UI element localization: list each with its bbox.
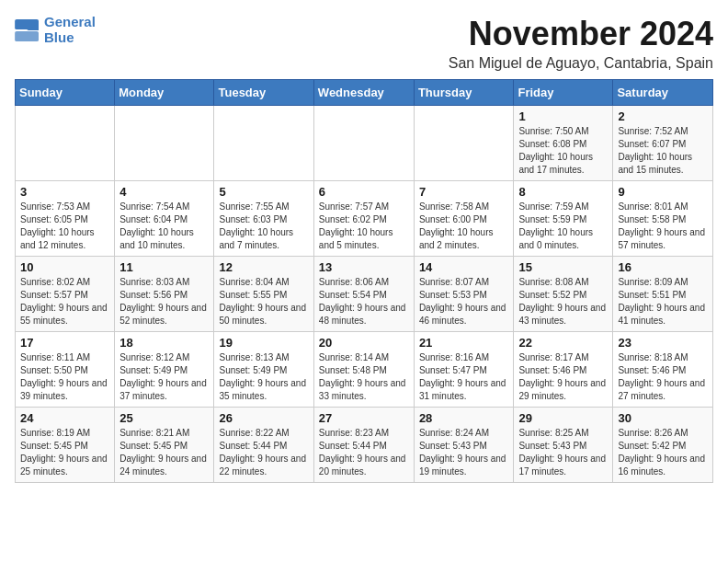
calendar-cell — [115, 106, 214, 181]
day-number: 3 — [20, 185, 109, 199]
location-title: San Miguel de Aguayo, Cantabria, Spain — [449, 55, 713, 72]
day-info: Sunrise: 8:07 AM Sunset: 5:53 PM Dayligh… — [419, 276, 509, 327]
page-header: General Blue November 2024 San Miguel de… — [15, 15, 713, 72]
month-title: November 2024 — [449, 15, 713, 53]
calendar-table: SundayMondayTuesdayWednesdayThursdayFrid… — [15, 79, 713, 483]
calendar-cell: 29Sunrise: 8:25 AM Sunset: 5:43 PM Dayli… — [514, 408, 613, 483]
day-info: Sunrise: 8:23 AM Sunset: 5:44 PM Dayligh… — [319, 427, 409, 478]
day-number: 19 — [219, 336, 308, 350]
calendar-cell: 23Sunrise: 8:18 AM Sunset: 5:46 PM Dayli… — [613, 332, 713, 408]
day-info: Sunrise: 8:25 AM Sunset: 5:43 PM Dayligh… — [518, 427, 608, 478]
day-info: Sunrise: 8:03 AM Sunset: 5:56 PM Dayligh… — [119, 276, 209, 327]
day-info: Sunrise: 7:50 AM Sunset: 6:08 PM Dayligh… — [518, 125, 608, 177]
calendar-week-3: 10Sunrise: 8:02 AM Sunset: 5:57 PM Dayli… — [16, 257, 713, 332]
day-info: Sunrise: 7:53 AM Sunset: 6:05 PM Dayligh… — [20, 201, 109, 252]
header-friday: Friday — [514, 80, 613, 106]
day-number: 26 — [219, 411, 308, 425]
day-info: Sunrise: 8:11 AM Sunset: 5:50 PM Dayligh… — [20, 351, 109, 403]
day-info: Sunrise: 7:58 AM Sunset: 6:00 PM Dayligh… — [419, 201, 509, 252]
calendar-cell: 11Sunrise: 8:03 AM Sunset: 5:56 PM Dayli… — [115, 257, 214, 332]
day-info: Sunrise: 8:21 AM Sunset: 5:45 PM Dayligh… — [119, 427, 209, 478]
calendar-cell: 28Sunrise: 8:24 AM Sunset: 5:43 PM Dayli… — [414, 408, 514, 483]
calendar-cell: 25Sunrise: 8:21 AM Sunset: 5:45 PM Dayli… — [115, 408, 214, 483]
day-info: Sunrise: 8:13 AM Sunset: 5:49 PM Dayligh… — [219, 351, 308, 403]
day-number: 24 — [20, 411, 109, 425]
calendar-cell: 6Sunrise: 7:57 AM Sunset: 6:02 PM Daylig… — [313, 181, 414, 257]
day-number: 25 — [119, 411, 209, 425]
day-info: Sunrise: 8:19 AM Sunset: 5:45 PM Dayligh… — [20, 427, 109, 478]
calendar-header-row: SundayMondayTuesdayWednesdayThursdayFrid… — [16, 80, 713, 106]
calendar-cell — [16, 106, 115, 181]
day-info: Sunrise: 8:02 AM Sunset: 5:57 PM Dayligh… — [20, 276, 109, 327]
title-section: November 2024 San Miguel de Aguayo, Cant… — [449, 15, 713, 72]
day-number: 5 — [219, 185, 308, 199]
calendar-cell: 5Sunrise: 7:55 AM Sunset: 6:03 PM Daylig… — [214, 181, 313, 257]
day-number: 1 — [518, 109, 608, 123]
day-info: Sunrise: 7:57 AM Sunset: 6:02 PM Dayligh… — [319, 201, 409, 252]
calendar-cell: 14Sunrise: 8:07 AM Sunset: 5:53 PM Dayli… — [414, 257, 514, 332]
calendar-cell: 20Sunrise: 8:14 AM Sunset: 5:48 PM Dayli… — [313, 332, 414, 408]
day-number: 17 — [20, 336, 109, 350]
calendar-cell: 19Sunrise: 8:13 AM Sunset: 5:49 PM Dayli… — [214, 332, 313, 408]
day-info: Sunrise: 7:59 AM Sunset: 5:59 PM Dayligh… — [518, 201, 608, 252]
day-info: Sunrise: 8:09 AM Sunset: 5:51 PM Dayligh… — [618, 276, 708, 327]
day-info: Sunrise: 8:12 AM Sunset: 5:49 PM Dayligh… — [119, 351, 209, 403]
day-number: 29 — [518, 411, 608, 425]
header-wednesday: Wednesday — [313, 80, 414, 106]
calendar-cell: 9Sunrise: 8:01 AM Sunset: 5:58 PM Daylig… — [613, 181, 713, 257]
day-number: 27 — [319, 411, 409, 425]
header-monday: Monday — [115, 80, 214, 106]
day-number: 28 — [419, 411, 509, 425]
svg-rect-2 — [15, 30, 39, 40]
calendar-cell: 10Sunrise: 8:02 AM Sunset: 5:57 PM Dayli… — [16, 257, 115, 332]
day-number: 2 — [618, 109, 708, 123]
calendar-cell: 2Sunrise: 7:52 AM Sunset: 6:07 PM Daylig… — [613, 106, 713, 181]
day-number: 30 — [618, 411, 708, 425]
calendar-cell: 12Sunrise: 8:04 AM Sunset: 5:55 PM Dayli… — [214, 257, 313, 332]
header-tuesday: Tuesday — [214, 80, 313, 106]
day-number: 6 — [319, 185, 409, 199]
calendar-cell — [414, 106, 514, 181]
calendar-cell: 1Sunrise: 7:50 AM Sunset: 6:08 PM Daylig… — [514, 106, 613, 181]
day-info: Sunrise: 8:08 AM Sunset: 5:52 PM Dayligh… — [518, 276, 608, 327]
calendar-cell: 17Sunrise: 8:11 AM Sunset: 5:50 PM Dayli… — [16, 332, 115, 408]
calendar-cell: 21Sunrise: 8:16 AM Sunset: 5:47 PM Dayli… — [414, 332, 514, 408]
day-info: Sunrise: 8:24 AM Sunset: 5:43 PM Dayligh… — [419, 427, 509, 478]
logo-general: General — [44, 14, 96, 29]
day-info: Sunrise: 8:18 AM Sunset: 5:46 PM Dayligh… — [618, 351, 708, 403]
day-info: Sunrise: 8:14 AM Sunset: 5:48 PM Dayligh… — [319, 351, 409, 403]
logo-icon — [15, 19, 40, 41]
header-sunday: Sunday — [16, 80, 115, 106]
calendar-week-5: 24Sunrise: 8:19 AM Sunset: 5:45 PM Dayli… — [16, 408, 713, 483]
day-info: Sunrise: 7:52 AM Sunset: 6:07 PM Dayligh… — [618, 125, 708, 177]
day-number: 13 — [319, 260, 409, 274]
calendar-cell: 30Sunrise: 8:26 AM Sunset: 5:42 PM Dayli… — [613, 408, 713, 483]
calendar-week-4: 17Sunrise: 8:11 AM Sunset: 5:50 PM Dayli… — [16, 332, 713, 408]
calendar-cell: 26Sunrise: 8:22 AM Sunset: 5:44 PM Dayli… — [214, 408, 313, 483]
calendar-cell: 24Sunrise: 8:19 AM Sunset: 5:45 PM Dayli… — [16, 408, 115, 483]
day-number: 15 — [518, 260, 608, 274]
calendar-cell: 13Sunrise: 8:06 AM Sunset: 5:54 PM Dayli… — [313, 257, 414, 332]
calendar-cell: 7Sunrise: 7:58 AM Sunset: 6:00 PM Daylig… — [414, 181, 514, 257]
calendar-cell: 15Sunrise: 8:08 AM Sunset: 5:52 PM Dayli… — [514, 257, 613, 332]
day-info: Sunrise: 7:54 AM Sunset: 6:04 PM Dayligh… — [119, 201, 209, 252]
calendar-cell: 4Sunrise: 7:54 AM Sunset: 6:04 PM Daylig… — [115, 181, 214, 257]
day-number: 9 — [618, 185, 708, 199]
day-number: 23 — [618, 336, 708, 350]
day-info: Sunrise: 8:16 AM Sunset: 5:47 PM Dayligh… — [419, 351, 509, 403]
day-info: Sunrise: 8:01 AM Sunset: 5:58 PM Dayligh… — [618, 201, 708, 252]
calendar-cell: 8Sunrise: 7:59 AM Sunset: 5:59 PM Daylig… — [514, 181, 613, 257]
header-thursday: Thursday — [414, 80, 514, 106]
day-number: 8 — [518, 185, 608, 199]
day-number: 12 — [219, 260, 308, 274]
day-number: 20 — [319, 336, 409, 350]
day-info: Sunrise: 7:55 AM Sunset: 6:03 PM Dayligh… — [219, 201, 308, 252]
day-number: 4 — [119, 185, 209, 199]
calendar-cell — [313, 106, 414, 181]
day-info: Sunrise: 8:06 AM Sunset: 5:54 PM Dayligh… — [319, 276, 409, 327]
day-number: 18 — [119, 336, 209, 350]
calendar-cell: 27Sunrise: 8:23 AM Sunset: 5:44 PM Dayli… — [313, 408, 414, 483]
day-number: 10 — [20, 260, 109, 274]
day-number: 7 — [419, 185, 509, 199]
header-saturday: Saturday — [613, 80, 713, 106]
